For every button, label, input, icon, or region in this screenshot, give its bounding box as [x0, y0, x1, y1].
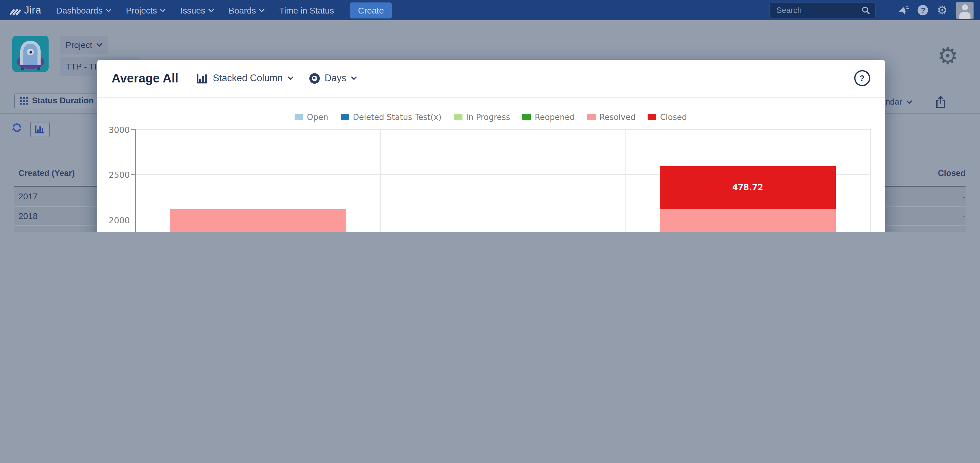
y-axis-tick [131, 220, 135, 220]
nav-item-projects[interactable]: Projects [126, 5, 165, 15]
legend-swatch [648, 114, 657, 120]
chevron-down-icon [351, 76, 357, 80]
chevron-down-icon [105, 8, 111, 12]
table-row-closed-value: - [963, 192, 966, 201]
nav-item-issues[interactable]: Issues [180, 5, 214, 15]
announcement-icon[interactable] [898, 5, 909, 16]
nav-item-label: Boards [229, 5, 256, 15]
project-avatar [12, 36, 49, 72]
modal-title: Average All [111, 71, 178, 85]
eye-icon [309, 73, 320, 83]
chart-type-dropdown[interactable]: Stacked Column [197, 73, 293, 84]
bar-chart-icon [197, 73, 208, 83]
category-cell: 219.45345.74518.571033.90 [135, 129, 380, 232]
create-button[interactable]: Create [350, 2, 392, 18]
avatar-eye [29, 51, 32, 53]
chevron-down-icon [288, 76, 293, 80]
chevron-down-icon [160, 8, 166, 12]
legend-swatch [522, 114, 531, 120]
legend-item[interactable]: Open [294, 112, 328, 121]
legend-swatch [454, 114, 463, 120]
chevron-down-icon [907, 100, 912, 104]
avatar-body [959, 11, 970, 19]
page-settings-gear-icon[interactable]: ⚙ [937, 44, 958, 68]
chevron-down-icon [259, 8, 264, 12]
nav-item-dashboards[interactable]: Dashboards [56, 5, 111, 15]
project-dropdown[interactable]: Project [59, 36, 108, 54]
search-icon [861, 6, 870, 15]
export-icon[interactable] [935, 95, 947, 112]
nav-item-boards[interactable]: Boards [229, 5, 265, 15]
legend-swatch [294, 114, 303, 120]
project-dropdown-label: Project [65, 40, 92, 50]
status-duration-label: Status Duration [32, 96, 94, 105]
nav-left: Jira Dashboards Projects Issues Boards T… [0, 2, 392, 18]
table-row-year[interactable]: 2018 [18, 211, 38, 220]
refresh-icon[interactable] [12, 123, 22, 136]
settings-gear-icon[interactable]: ⚙ [937, 4, 947, 16]
help-glyph: ? [859, 73, 864, 83]
modal-help-icon[interactable]: ? [854, 70, 870, 86]
y-axis-label: 2500 [100, 170, 130, 180]
y-axis-label: 2000 [100, 216, 130, 225]
table-row-closed-value: - [963, 211, 966, 220]
legend-item[interactable]: In Progress [454, 112, 510, 121]
unit-dropdown[interactable]: Days [309, 73, 357, 84]
chart-type-label: Stacked Column [213, 73, 283, 84]
legend-item[interactable]: Resolved [587, 112, 635, 121]
chart-legend: OpenDeleted Status Test(x)In ProgressReo… [97, 112, 885, 121]
screen: Jira Dashboards Projects Issues Boards T… [0, 0, 980, 232]
bar-segment-resolved[interactable]: 762.06 [660, 209, 835, 232]
stacked-bar[interactable]: 219.45345.74518.571033.90 [170, 209, 346, 232]
table-row-year[interactable]: 2018 [18, 230, 38, 232]
legend-item[interactable]: Closed [648, 112, 687, 121]
user-avatar[interactable] [956, 2, 973, 19]
y-axis-tick [131, 174, 135, 175]
legend-label: Resolved [599, 112, 635, 121]
nav-item-label: Time in Status [279, 5, 334, 15]
legend-swatch [587, 114, 596, 120]
jira-logo[interactable]: Jira [9, 4, 41, 16]
nav-item-label: Projects [126, 5, 157, 15]
bar-segment-value: 478.72 [732, 183, 763, 192]
unit-label: Days [325, 73, 347, 84]
top-navbar: Jira Dashboards Projects Issues Boards T… [0, 0, 980, 20]
bar-chart-icon [35, 125, 44, 134]
legend-label: Reopened [535, 112, 575, 121]
search-input[interactable] [775, 5, 861, 15]
jira-logo-icon [9, 4, 21, 16]
legend-label: Open [307, 112, 328, 121]
stacked-bar[interactable]: 211.59189.99949.88762.06478.72 [660, 166, 835, 232]
category-cell: 384.14960.06 [380, 129, 625, 232]
legend-label: In Progress [466, 112, 510, 121]
nav-item-label: Dashboards [56, 5, 102, 15]
y-axis-tick [131, 129, 135, 129]
category-cell: 211.59189.99949.88762.06478.72 [625, 129, 870, 232]
y-axis-label: 3000 [100, 125, 130, 134]
legend-swatch [340, 114, 349, 120]
jira-logo-text: Jira [24, 4, 41, 16]
help-icon[interactable]: ? [918, 5, 928, 15]
avatar-head [962, 4, 968, 10]
chevron-down-icon [97, 43, 102, 47]
bar-segment-closed[interactable]: 478.72 [660, 166, 835, 209]
help-glyph: ? [921, 6, 926, 14]
chart-toggle-button[interactable] [30, 121, 49, 137]
category-separator [870, 129, 871, 232]
bar-segment-resolved[interactable]: 1033.90 [170, 209, 346, 232]
grid-icon [20, 97, 28, 104]
table-header-created-year: Created (Year) [18, 169, 75, 178]
nav-item-time-in-status[interactable]: Time in Status [279, 5, 334, 15]
search-box[interactable] [770, 2, 876, 18]
modal-header: Average All Stacked Column Days [97, 59, 885, 97]
legend-item[interactable]: Deleted Status Test(x) [340, 112, 441, 121]
table-row-year[interactable]: 2017 [18, 192, 38, 201]
legend-label: Deleted Status Test(x) [353, 112, 441, 121]
chart-modal: Average All Stacked Column Days [97, 59, 885, 232]
table-row-closed-value: 478.72 [939, 230, 966, 232]
table-header-closed: Closed [938, 169, 966, 178]
legend-item[interactable]: Reopened [522, 112, 575, 121]
legend-label: Closed [660, 112, 687, 121]
chevron-down-icon [208, 8, 214, 12]
nav-item-label: Issues [180, 5, 205, 15]
